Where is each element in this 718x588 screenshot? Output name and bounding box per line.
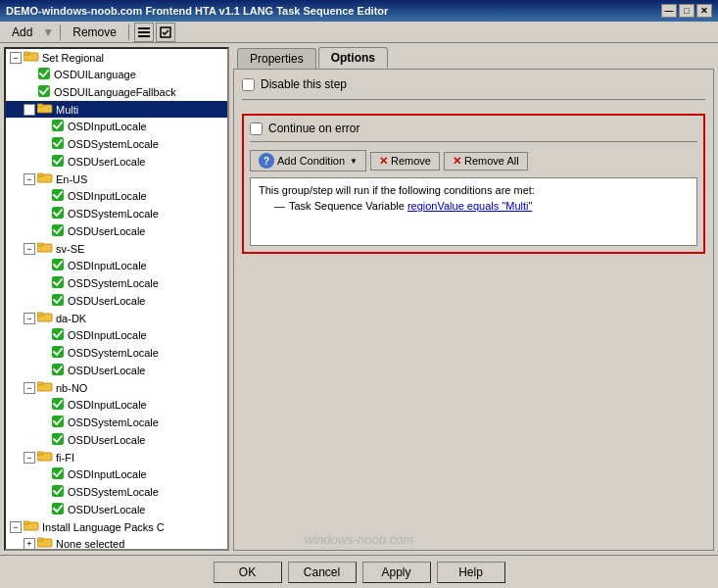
tree-item-osdui-language[interactable]: OSDUILanguage	[6, 66, 227, 83]
tree-label-multi: Multi	[56, 104, 78, 116]
toolbar-icon-1[interactable]	[134, 23, 154, 42]
tree-item-multi[interactable]: − Multi	[6, 101, 227, 118]
svg-rect-29	[37, 382, 43, 385]
tree-item-nb-osd-user-locale[interactable]: OSDUserLocale	[6, 431, 227, 449]
menu-remove[interactable]: Remove	[65, 24, 124, 41]
remove-button[interactable]: ✕ Remove	[370, 152, 440, 171]
svg-rect-34	[37, 452, 43, 455]
continue-on-error-checkbox[interactable]	[250, 122, 263, 135]
expand-icon-nb-no[interactable]: −	[24, 382, 35, 394]
expand-icon-install-lang[interactable]: −	[10, 521, 22, 533]
tree-label-nb-osd-user-locale: OSDUserLocale	[68, 434, 145, 446]
tree-item-sv-osd-system-locale[interactable]: OSDSystemLocale	[6, 274, 227, 292]
tree-item-sv-se[interactable]: − sv-SE	[6, 240, 227, 257]
continue-on-error-row: Continue on error	[250, 122, 697, 135]
ok-button[interactable]: OK	[214, 562, 282, 583]
disable-step-checkbox[interactable]	[242, 78, 255, 91]
tree-item-sv-osd-input-locale[interactable]: OSDInputLocale	[6, 257, 227, 274]
toolbar-icon-2[interactable]	[156, 23, 175, 42]
tree-label-fi-osd-user-locale: OSDUserLocale	[68, 504, 145, 515]
check-icon-osd-system-locale	[51, 136, 65, 152]
tab-options[interactable]: Options	[318, 47, 388, 69]
menu-bar: Add ▼ Remove	[0, 22, 718, 43]
tree-label-da-osd-user-locale: OSDUserLocale	[68, 365, 145, 376]
expand-icon-none-selected[interactable]: +	[24, 538, 35, 550]
tree-item-fi-osd-input-locale[interactable]: OSDInputLocale	[6, 466, 227, 483]
tree-item-fi-fi[interactable]: − fi-FI	[6, 449, 227, 466]
tree-item-en-osd-user-locale[interactable]: OSDUserLocale	[6, 222, 227, 240]
expand-icon-multi[interactable]: −	[24, 104, 35, 116]
tree-item-osd-system-locale[interactable]: OSDSystemLocale	[6, 135, 227, 153]
divider-1	[242, 99, 705, 100]
expand-icon-en-us[interactable]: −	[24, 173, 35, 185]
cancel-button[interactable]: Cancel	[288, 562, 357, 583]
maximize-button[interactable]: □	[679, 4, 694, 18]
tree-item-set-regional[interactable]: − Set Regional	[6, 49, 227, 66]
close-button[interactable]: ✕	[696, 4, 712, 18]
expand-icon-sv-se[interactable]: −	[24, 243, 35, 255]
disable-step-label: Disable this step	[261, 77, 347, 91]
check-icon-sv-osd-input-locale	[51, 258, 65, 273]
folder-icon-install-lang	[24, 519, 39, 534]
expand-icon-set-regional[interactable]: −	[10, 52, 22, 64]
menu-separator	[60, 24, 61, 40]
tree-label-da-osd-system-locale: OSDSystemLocale	[68, 347, 159, 359]
remove-all-button[interactable]: ✕ Remove All	[444, 152, 528, 171]
tree-label-nb-osd-input-locale: OSDInputLocale	[68, 399, 147, 411]
tree-item-sv-osd-user-locale[interactable]: OSDUserLocale	[6, 292, 227, 310]
menu-add[interactable]: Add	[4, 24, 40, 41]
check-icon-nb-osd-user-locale	[51, 432, 65, 448]
tree-item-osdui-language-fallback[interactable]: OSDUILanguageFallback	[6, 83, 227, 101]
svg-rect-19	[37, 243, 43, 246]
svg-rect-14	[37, 173, 43, 176]
expand-icon-da-dk[interactable]: −	[24, 313, 35, 324]
condition-link[interactable]: regionValue equals "Multi"	[407, 200, 532, 212]
condition-toolbar: ? Add Condition ▼ ✕ Remove ✕ Remove All	[250, 148, 697, 173]
tree-label-da-dk: da-DK	[56, 313, 86, 324]
tree-label-fi-osd-system-locale: OSDSystemLocale	[68, 486, 159, 498]
check-icon-osdui-language-fallback	[37, 84, 51, 100]
tree-item-none-selected[interactable]: + None selected	[6, 535, 227, 551]
folder-icon-sv-se	[37, 241, 53, 256]
svg-rect-9	[37, 104, 43, 107]
tree-item-nb-osd-input-locale[interactable]: OSDInputLocale	[6, 396, 227, 414]
tree-label-sv-osd-system-locale: OSDSystemLocale	[68, 277, 159, 289]
remove-all-x-icon: ✕	[453, 155, 461, 168]
add-condition-button[interactable]: ? Add Condition ▼	[250, 150, 366, 172]
tree-item-en-osd-system-locale[interactable]: OSDSystemLocale	[6, 205, 227, 222]
tree-item-da-osd-input-locale[interactable]: OSDInputLocale	[6, 326, 227, 344]
tab-content-options: Disable this step Continue on error ? Ad…	[233, 69, 714, 551]
check-icon-osd-input-locale	[51, 119, 65, 134]
tree-item-da-osd-user-locale[interactable]: OSDUserLocale	[6, 362, 227, 379]
tree-item-fi-osd-user-locale[interactable]: OSDUserLocale	[6, 501, 227, 518]
tab-properties[interactable]: Properties	[237, 48, 316, 69]
condition-rule-prefix: Task Sequence Variable	[289, 200, 405, 212]
condition-text: This group/step will run if the followin…	[259, 184, 689, 196]
tree-item-osd-user-locale[interactable]: OSDUserLocale	[6, 153, 227, 171]
expand-icon-fi-fi[interactable]: −	[24, 452, 35, 464]
remove-label: Remove	[391, 155, 431, 167]
tree-label-set-regional: Set Regional	[42, 52, 104, 64]
tree-item-da-dk[interactable]: − da-DK	[6, 310, 227, 326]
tree-item-fi-osd-system-locale[interactable]: OSDSystemLocale	[6, 483, 227, 501]
tree-panel[interactable]: − Set Regional OSDUILanguage OSDUILangua…	[4, 47, 229, 551]
tree-item-da-osd-system-locale[interactable]: OSDSystemLocale	[6, 344, 227, 362]
apply-button[interactable]: Apply	[362, 562, 431, 583]
condition-rule: — Task Sequence Variable regionValue equ…	[259, 200, 689, 212]
tree-item-nb-osd-system-locale[interactable]: OSDSystemLocale	[6, 414, 227, 431]
tree-label-en-osd-input-locale: OSDInputLocale	[68, 190, 147, 202]
tree-item-osd-input-locale[interactable]: OSDInputLocale	[6, 118, 227, 135]
tree-item-en-osd-input-locale[interactable]: OSDInputLocale	[6, 187, 227, 205]
check-icon-en-osd-user-locale	[51, 223, 65, 239]
check-icon-fi-osd-user-locale	[51, 502, 65, 517]
help-button[interactable]: Help	[437, 562, 505, 583]
tree-label-osd-input-locale: OSDInputLocale	[68, 121, 147, 132]
title-controls: — □ ✕	[661, 4, 712, 18]
folder-icon-da-dk	[37, 311, 53, 325]
title-bar: DEMO-windows-noob.com Frontend HTA v1.1 …	[0, 0, 718, 22]
minimize-button[interactable]: —	[661, 4, 677, 18]
tree-item-install-lang[interactable]: − Install Language Packs C	[6, 518, 227, 535]
tree-item-en-us[interactable]: − En-US	[6, 171, 227, 187]
disable-step-row: Disable this step	[242, 77, 705, 91]
tree-item-nb-no[interactable]: − nb-NO	[6, 379, 227, 396]
